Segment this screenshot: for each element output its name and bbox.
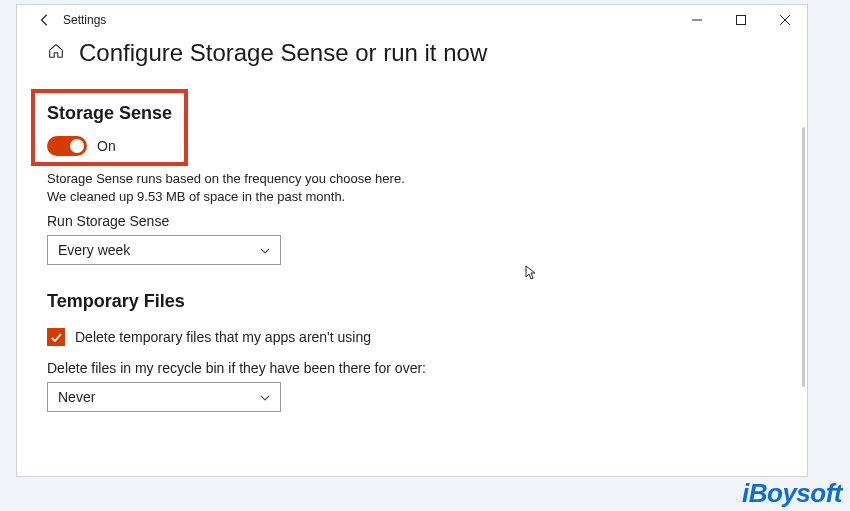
back-button[interactable] [31,6,59,34]
svg-rect-1 [737,16,746,25]
settings-window: Settings Configure Storage Sense or run … [16,4,808,477]
toggle-knob [70,139,84,153]
delete-temp-label: Delete temporary files that my apps aren… [75,329,371,345]
recycle-bin-value: Never [58,389,95,405]
storage-sense-description: Storage Sense runs based on the frequenc… [47,170,427,205]
close-icon [780,15,790,25]
chevron-down-icon [260,244,270,256]
delete-temp-checkbox[interactable] [47,328,65,346]
storage-sense-toggle[interactable] [47,136,87,156]
recycle-bin-dropdown[interactable]: Never [47,382,281,412]
page-header: Configure Storage Sense or run it now [47,39,777,67]
close-button[interactable] [763,5,807,35]
minimize-button[interactable] [675,5,719,35]
home-icon[interactable] [47,42,65,65]
checkmark-icon [50,331,63,344]
storage-sense-toggle-row: On [47,136,172,156]
app-title: Settings [63,13,106,27]
run-storage-sense-dropdown[interactable]: Every week [47,235,281,265]
content-area: Configure Storage Sense or run it now St… [17,35,807,476]
maximize-icon [736,15,746,25]
highlight-box: Storage Sense On [31,89,188,166]
maximize-button[interactable] [719,5,763,35]
run-storage-sense-label: Run Storage Sense [47,213,777,229]
titlebar: Settings [17,5,807,35]
run-storage-sense-value: Every week [58,242,130,258]
window-controls [675,5,807,35]
storage-sense-heading: Storage Sense [47,103,172,124]
temporary-files-heading: Temporary Files [47,291,777,312]
temporary-files-section: Temporary Files Delete temporary files t… [47,291,777,412]
toggle-state-label: On [97,138,116,154]
arrow-left-icon [38,13,52,27]
minimize-icon [692,15,702,25]
delete-temp-row: Delete temporary files that my apps aren… [47,328,777,346]
page-title: Configure Storage Sense or run it now [79,39,487,67]
chevron-down-icon [260,391,270,403]
storage-sense-section: Storage Sense On Storage Sense runs base… [47,89,777,265]
scrollbar[interactable] [802,127,805,387]
recycle-bin-label: Delete files in my recycle bin if they h… [47,360,777,376]
cursor-icon [525,265,537,284]
watermark-brand: iBoysoft [742,478,842,509]
